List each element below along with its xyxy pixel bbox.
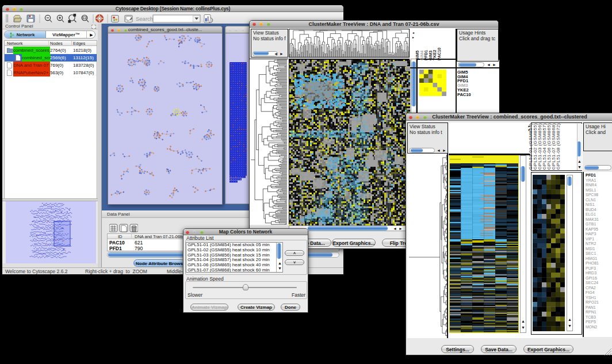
svg-text:Search:: Search: xyxy=(136,16,155,22)
